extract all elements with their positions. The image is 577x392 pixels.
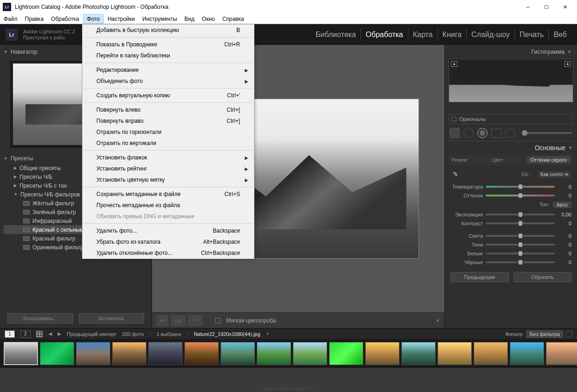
toolbar-expand-icon[interactable]: ▼ bbox=[436, 318, 440, 323]
module-tab-6[interactable]: Веб bbox=[549, 29, 571, 41]
menu-файл[interactable]: Файл bbox=[0, 14, 21, 24]
shadows-slider[interactable] bbox=[486, 244, 555, 246]
thumbnail[interactable] bbox=[365, 342, 399, 365]
shadows-value[interactable]: 0 bbox=[557, 242, 571, 247]
menu-item[interactable]: Перейти в папку библиотеки bbox=[82, 50, 254, 61]
menu-фото[interactable]: Фото bbox=[83, 14, 104, 24]
thumbnail[interactable] bbox=[221, 342, 255, 365]
module-tab-2[interactable]: Карта bbox=[408, 29, 438, 41]
tint-slider[interactable] bbox=[486, 195, 555, 196]
reset-button[interactable]: Сбросить bbox=[514, 272, 572, 282]
menu-вид[interactable]: Вид bbox=[181, 14, 198, 24]
thumbnail[interactable] bbox=[510, 342, 544, 365]
temperature-slider[interactable] bbox=[486, 186, 555, 188]
whites-value[interactable]: 0 bbox=[557, 251, 571, 256]
contrast-slider[interactable] bbox=[486, 222, 555, 224]
menu-item[interactable]: Установить рейтинг▶ bbox=[82, 163, 254, 174]
menu-справка[interactable]: Справка bbox=[218, 14, 247, 24]
menu-item[interactable]: Показать в ПроводникеCtrl+R bbox=[82, 39, 254, 50]
exposure-value[interactable]: 0,00 bbox=[557, 212, 571, 217]
menu-item[interactable]: Прочесть метаданные из файла bbox=[82, 200, 254, 211]
thumbnail[interactable] bbox=[329, 342, 363, 365]
grid-view-icon[interactable] bbox=[36, 331, 43, 337]
clip-shadows-icon[interactable]: ▲ bbox=[451, 61, 457, 67]
minimize-button[interactable]: ─ bbox=[519, 0, 537, 13]
single-monitor-button[interactable]: 1 bbox=[5, 330, 15, 338]
highlights-slider[interactable] bbox=[486, 235, 555, 237]
tool-slider[interactable] bbox=[522, 132, 572, 134]
originals-row[interactable]: Оригиналы bbox=[449, 114, 573, 124]
grad-filter-tool[interactable] bbox=[491, 128, 501, 138]
originals-checkbox[interactable] bbox=[452, 117, 457, 121]
menu-item[interactable]: Удалить отклонённые фото...Ctrl+Backspac… bbox=[82, 247, 254, 259]
filter-dropdown[interactable]: Без фильтра bbox=[526, 330, 563, 338]
menu-обработка[interactable]: Обработка bbox=[47, 14, 83, 24]
tone-auto-button[interactable]: Авто bbox=[553, 202, 571, 208]
thumbnail[interactable] bbox=[76, 342, 110, 365]
menu-item[interactable]: Установить флажок▶ bbox=[82, 152, 254, 163]
menu-item[interactable]: Отразить по вертикали bbox=[82, 138, 254, 149]
tint-value[interactable]: 0 bbox=[557, 193, 571, 198]
menu-item[interactable]: Повернуть влевоCtrl+[ bbox=[82, 104, 254, 115]
blacks-slider[interactable] bbox=[486, 261, 555, 263]
filmstrip[interactable] bbox=[0, 339, 577, 368]
module-tab-5[interactable]: Печать bbox=[515, 29, 549, 41]
thumbnail[interactable] bbox=[474, 342, 508, 365]
paste-button[interactable]: Вставить bbox=[79, 313, 145, 323]
thumbnail[interactable] bbox=[184, 342, 219, 365]
menu-item[interactable]: Отразить по горизонтали bbox=[82, 126, 254, 138]
source-label[interactable]: Предыдущий импорт bbox=[67, 331, 116, 337]
second-monitor-button[interactable]: 2 bbox=[20, 330, 31, 338]
before-after-yy[interactable]: YY bbox=[189, 316, 202, 326]
redeye-tool[interactable] bbox=[477, 128, 488, 138]
treatment-color[interactable]: Цвет bbox=[488, 156, 507, 164]
menu-item[interactable]: Удалить фото...Backspace bbox=[82, 225, 254, 236]
thumbnail[interactable] bbox=[438, 342, 472, 365]
histogram[interactable]: ▲ ▲ bbox=[449, 59, 573, 102]
whites-slider[interactable] bbox=[486, 253, 555, 254]
thumbnail[interactable] bbox=[293, 342, 327, 365]
loupe-view-button[interactable]: ▭ bbox=[157, 316, 168, 326]
menu-item[interactable]: Убрать фото из каталогаAlt+Backspace bbox=[82, 236, 254, 247]
treatment-bw[interactable]: Оттенки серого bbox=[527, 156, 571, 164]
exposure-slider[interactable] bbox=[486, 214, 555, 215]
thumbnail[interactable] bbox=[401, 342, 436, 365]
back-icon[interactable]: ◀ bbox=[48, 331, 52, 337]
basic-panel-header[interactable]: Основные▼ bbox=[448, 141, 574, 153]
contrast-value[interactable]: 0 bbox=[557, 221, 571, 226]
previous-button[interactable]: Предыдущие bbox=[450, 272, 509, 282]
current-filename[interactable]: Nature22_1920x1080(44).jpg bbox=[194, 331, 260, 337]
highlights-value[interactable]: 0 bbox=[557, 233, 571, 239]
radial-filter-tool[interactable] bbox=[505, 128, 515, 138]
wb-value[interactable]: Как снято ≑ bbox=[538, 171, 571, 178]
module-tab-4[interactable]: Слайд-шоу bbox=[467, 29, 515, 41]
spot-tool[interactable] bbox=[463, 128, 474, 138]
menu-item[interactable]: Редактирование▶ bbox=[82, 64, 254, 76]
before-after-ra[interactable]: RA bbox=[171, 316, 185, 326]
menu-item[interactable]: Добавить в быструю коллекциюB bbox=[82, 25, 254, 36]
menu-правка[interactable]: Правка bbox=[21, 14, 48, 24]
menu-item[interactable]: Создать виртуальную копиюCtrl+' bbox=[82, 90, 254, 101]
eyedropper-icon[interactable]: ✎ bbox=[450, 169, 461, 179]
thumbnail[interactable] bbox=[40, 342, 74, 365]
blacks-value[interactable]: 0 bbox=[557, 259, 571, 265]
thumbnail[interactable] bbox=[112, 342, 146, 365]
menu-item[interactable]: Объединить фото▶ bbox=[82, 76, 254, 87]
crop-tool[interactable] bbox=[450, 128, 460, 138]
menu-окно[interactable]: Окно bbox=[198, 14, 219, 24]
temperature-value[interactable]: 0 bbox=[557, 184, 571, 190]
filter-lock-icon[interactable] bbox=[566, 331, 572, 337]
maximize-button[interactable]: ☐ bbox=[537, 0, 556, 13]
softproof-checkbox[interactable] bbox=[215, 318, 221, 323]
thumbnail[interactable] bbox=[4, 342, 38, 365]
close-button[interactable]: ✕ bbox=[556, 0, 574, 13]
menu-настройки[interactable]: Настройки bbox=[104, 14, 139, 24]
menu-item[interactable]: Установить цветную метку▶ bbox=[82, 174, 254, 185]
menu-инструменты[interactable]: Инструменты bbox=[139, 14, 181, 24]
menu-item[interactable]: Повернуть вправоCtrl+] bbox=[82, 115, 254, 126]
thumbnail[interactable] bbox=[257, 342, 291, 365]
copy-button[interactable]: Копировать... bbox=[7, 313, 73, 323]
module-tab-1[interactable]: Обработка bbox=[361, 29, 408, 41]
module-tab-3[interactable]: Книга bbox=[438, 29, 467, 41]
thumbnail[interactable] bbox=[546, 342, 577, 365]
